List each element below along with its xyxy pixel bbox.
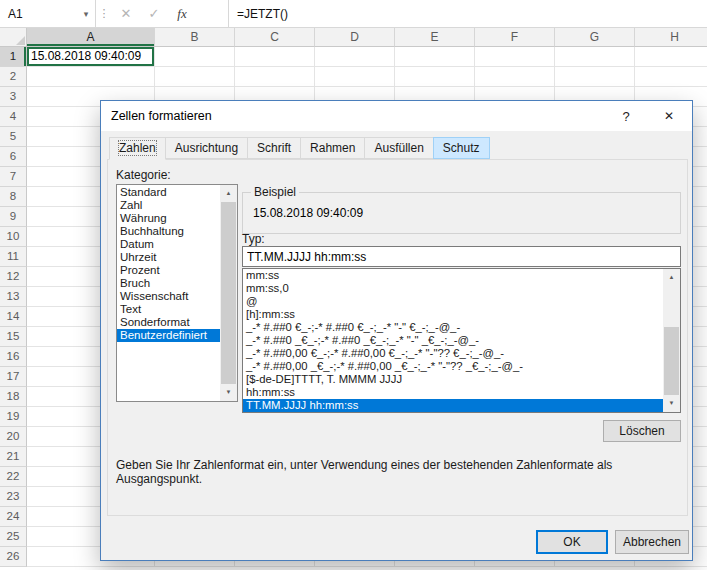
row-header-7[interactable]: 7 xyxy=(0,167,27,187)
category-item-Währung[interactable]: Währung xyxy=(117,212,220,225)
scroll-down-icon[interactable]: ▼ xyxy=(663,395,680,412)
row-header-24[interactable]: 24 xyxy=(0,507,27,527)
row-header-15[interactable]: 15 xyxy=(0,327,27,347)
row-header-17[interactable]: 17 xyxy=(0,367,27,387)
tab-Schrift[interactable]: Schrift xyxy=(247,137,301,159)
cell-B2[interactable] xyxy=(155,67,235,87)
row-header-19[interactable]: 19 xyxy=(0,407,27,427)
format-item[interactable]: _-* #.##0 €_-;-* #.##0 €_-;_-* "-" €_-;_… xyxy=(243,321,663,334)
enter-icon[interactable]: ✓ xyxy=(140,0,168,27)
ok-button[interactable]: OK xyxy=(536,530,608,554)
select-all-corner[interactable] xyxy=(0,28,27,47)
row-header-16[interactable]: 16 xyxy=(0,347,27,367)
row-header-13[interactable]: 13 xyxy=(0,287,27,307)
format-item[interactable]: @ xyxy=(243,295,663,308)
cell-H2[interactable] xyxy=(635,67,707,87)
category-item-Datum[interactable]: Datum xyxy=(117,238,220,251)
format-item[interactable]: hh:mm:ss xyxy=(243,386,663,399)
row-header-10[interactable]: 10 xyxy=(0,227,27,247)
cell-F2[interactable] xyxy=(475,67,555,87)
format-scrollbar-thumb[interactable] xyxy=(664,327,679,395)
category-item-Benutzerdefiniert[interactable]: Benutzerdefiniert xyxy=(117,329,220,342)
category-item-Text[interactable]: Text xyxy=(117,303,220,316)
cancel-icon[interactable]: ✕ xyxy=(112,0,140,27)
format-item[interactable]: _-* #.##0,00 _€_-;-* #.##0,00 _€_-;_-* "… xyxy=(243,360,663,373)
column-header-H[interactable]: H xyxy=(635,28,707,47)
category-item-Wissenschaft[interactable]: Wissenschaft xyxy=(117,290,220,303)
cell-A2[interactable] xyxy=(27,67,155,87)
cell-G1[interactable] xyxy=(555,47,635,67)
insert-function-icon[interactable]: fx xyxy=(168,0,196,27)
cell-C2[interactable] xyxy=(235,67,315,87)
column-header-C[interactable]: C xyxy=(235,28,315,47)
row-header-4[interactable]: 4 xyxy=(0,107,27,127)
cell-F1[interactable] xyxy=(475,47,555,67)
tab-Rahmen[interactable]: Rahmen xyxy=(300,137,365,159)
category-item-Buchhaltung[interactable]: Buchhaltung xyxy=(117,225,220,238)
name-box[interactable]: A1 ▾ xyxy=(0,0,96,27)
format-item[interactable]: mm:ss,0 xyxy=(243,282,663,295)
row-header-5[interactable]: 5 xyxy=(0,127,27,147)
category-item-Bruch[interactable]: Bruch xyxy=(117,277,220,290)
cell-E1[interactable] xyxy=(395,47,475,67)
dialog-close-icon[interactable]: ✕ xyxy=(646,101,692,131)
row-header-26[interactable]: 26 xyxy=(0,547,27,567)
column-header-D[interactable]: D xyxy=(315,28,395,47)
cancel-button[interactable]: Abbrechen xyxy=(615,530,689,554)
row-header-21[interactable]: 21 xyxy=(0,447,27,467)
format-item[interactable]: [$-de-DE]TTTT, T. MMMM JJJJ xyxy=(243,373,663,386)
format-item[interactable]: [h]:mm:ss xyxy=(243,308,663,321)
row-header-11[interactable]: 11 xyxy=(0,247,27,267)
cell-C1[interactable] xyxy=(235,47,315,67)
category-item-Sonderformat[interactable]: Sonderformat xyxy=(117,316,220,329)
category-item-Zahl[interactable]: Zahl xyxy=(117,199,220,212)
dialog-help-icon[interactable]: ? xyxy=(606,101,646,131)
row-header-8[interactable]: 8 xyxy=(0,187,27,207)
scroll-down-icon[interactable]: ▼ xyxy=(220,384,237,401)
row-header-25[interactable]: 25 xyxy=(0,527,27,547)
tab-Ausfüllen[interactable]: Ausfüllen xyxy=(364,137,433,159)
row-header-12[interactable]: 12 xyxy=(0,267,27,287)
category-item-Uhrzeit[interactable]: Uhrzeit xyxy=(117,251,220,264)
tab-Ausrichtung[interactable]: Ausrichtung xyxy=(165,137,248,159)
tab-Schutz[interactable]: Schutz xyxy=(433,137,490,159)
cell-G2[interactable] xyxy=(555,67,635,87)
category-item-Prozent[interactable]: Prozent xyxy=(117,264,220,277)
row-header-2[interactable]: 2 xyxy=(0,67,27,87)
row-header-6[interactable]: 6 xyxy=(0,147,27,167)
column-header-A[interactable]: A xyxy=(27,28,155,47)
column-header-E[interactable]: E xyxy=(395,28,475,47)
column-header-G[interactable]: G xyxy=(555,28,635,47)
type-input[interactable] xyxy=(242,246,681,267)
format-scrollbar[interactable]: ▲ ▼ xyxy=(663,269,680,412)
cell-A1[interactable]: 15.08.2018 09:40:09 xyxy=(27,47,155,67)
category-scrollbar[interactable]: ▲ ▼ xyxy=(220,185,237,401)
format-item[interactable]: mm:ss xyxy=(243,269,663,282)
column-header-B[interactable]: B xyxy=(155,28,235,47)
cell-B1[interactable] xyxy=(155,47,235,67)
row-header-3[interactable]: 3 xyxy=(0,87,27,107)
category-scrollbar-thumb[interactable] xyxy=(221,202,236,384)
row-header-9[interactable]: 9 xyxy=(0,207,27,227)
format-item[interactable]: TT.MM.JJJJ hh:mm:ss xyxy=(243,399,663,412)
column-header-F[interactable]: F xyxy=(475,28,555,47)
formula-input[interactable]: =JETZT() xyxy=(229,0,707,27)
delete-button[interactable]: Löschen xyxy=(603,420,681,442)
category-item-Standard[interactable]: Standard xyxy=(117,186,220,199)
format-item[interactable]: _-* #.##0,00 €_-;-* #.##0,00 €_-;_-* "-"… xyxy=(243,347,663,360)
row-header-14[interactable]: 14 xyxy=(0,307,27,327)
row-header-1[interactable]: 1 xyxy=(0,47,27,67)
cell-D2[interactable] xyxy=(315,67,395,87)
scroll-up-icon[interactable]: ▲ xyxy=(663,269,680,286)
tab-Zahlen[interactable]: Zahlen xyxy=(109,137,166,160)
cell-D1[interactable] xyxy=(315,47,395,67)
row-header-22[interactable]: 22 xyxy=(0,467,27,487)
row-header-23[interactable]: 23 xyxy=(0,487,27,507)
cell-E2[interactable] xyxy=(395,67,475,87)
scroll-up-icon[interactable]: ▲ xyxy=(220,185,237,202)
row-header-20[interactable]: 20 xyxy=(0,427,27,447)
format-item[interactable]: _-* #.##0 _€_-;-* #.##0 _€_-;_-* "-" _€_… xyxy=(243,334,663,347)
name-box-dropdown-icon[interactable]: ▾ xyxy=(77,9,95,19)
row-header-18[interactable]: 18 xyxy=(0,387,27,407)
cell-H1[interactable] xyxy=(635,47,707,67)
